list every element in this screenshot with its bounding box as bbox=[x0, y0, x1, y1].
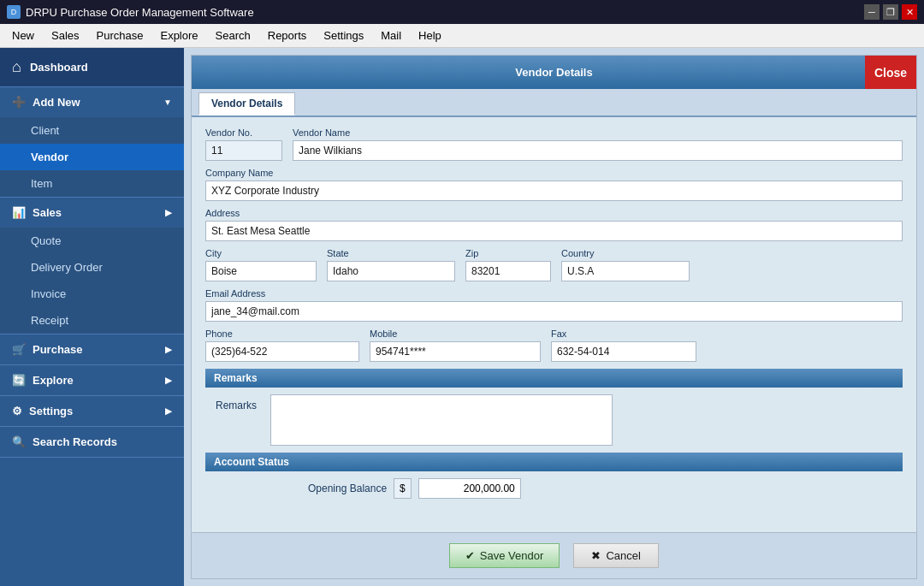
address-input[interactable] bbox=[205, 221, 903, 241]
save-checkmark-icon: ✔ bbox=[465, 549, 475, 562]
add-new-chevron: ▼ bbox=[163, 98, 172, 107]
company-name-input[interactable] bbox=[205, 181, 903, 201]
fax-input[interactable] bbox=[551, 341, 696, 362]
restore-button[interactable]: ❐ bbox=[883, 4, 898, 20]
zip-input[interactable] bbox=[465, 261, 551, 281]
tab-vendor-details[interactable]: Vendor Details bbox=[198, 92, 295, 115]
purchase-chevron: ▶ bbox=[165, 345, 172, 354]
address-label: Address bbox=[205, 208, 903, 218]
menu-explore[interactable]: Explore bbox=[151, 26, 206, 45]
opening-balance-row: Opening Balance $ bbox=[205, 478, 903, 499]
form-group-country: Country bbox=[561, 248, 690, 281]
form-row-email: Email Address bbox=[205, 288, 903, 322]
fax-label: Fax bbox=[551, 329, 696, 339]
form-group-company: Company Name bbox=[205, 168, 903, 201]
remarks-section-label: Remarks bbox=[205, 369, 903, 388]
account-status-section: Account Status Opening Balance $ bbox=[205, 453, 903, 499]
remarks-input[interactable] bbox=[270, 394, 613, 446]
save-label: Save Vendor bbox=[480, 549, 543, 562]
form-group-vendor-name: Vendor Name bbox=[293, 127, 903, 161]
state-label: State bbox=[327, 248, 455, 258]
sidebar-item-vendor[interactable]: Vendor bbox=[0, 144, 184, 170]
sidebar-dashboard[interactable]: ⌂ Dashboard bbox=[0, 48, 184, 87]
title-bar: D DRPU Purchase Order Management Softwar… bbox=[0, 0, 924, 24]
settings-icon: ⚙ bbox=[12, 405, 22, 417]
vendor-close-button[interactable]: Close bbox=[865, 56, 916, 89]
sidebar: ⌂ Dashboard ➕ Add New ▼ Client Vendor It… bbox=[0, 48, 184, 586]
save-vendor-button[interactable]: ✔ Save Vendor bbox=[449, 543, 560, 568]
sidebar-item-receipt[interactable]: Receipt bbox=[0, 307, 184, 334]
form-group-address: Address bbox=[205, 208, 903, 241]
mobile-label: Mobile bbox=[370, 329, 541, 339]
form-row-vendor-id: Vendor No. Vendor Name bbox=[205, 127, 903, 161]
state-input[interactable] bbox=[327, 261, 455, 281]
menu-sales[interactable]: Sales bbox=[43, 26, 88, 45]
country-input[interactable] bbox=[561, 261, 690, 281]
window-close-button[interactable]: ✕ bbox=[902, 4, 917, 20]
form-group-zip: Zip bbox=[465, 248, 551, 281]
sidebar-item-invoice[interactable]: Invoice bbox=[0, 281, 184, 307]
purchase-label: Purchase bbox=[33, 343, 83, 356]
form-group-city: City bbox=[205, 248, 317, 281]
dashboard-label: Dashboard bbox=[30, 61, 88, 74]
sales-sub-items: Quote Delivery Order Invoice Receipt bbox=[0, 228, 184, 334]
settings-label: Settings bbox=[29, 405, 73, 417]
explore-icon: 🔄 bbox=[12, 374, 26, 387]
sidebar-header-purchase[interactable]: 🛒 Purchase ▶ bbox=[0, 334, 184, 364]
sales-label: Sales bbox=[33, 206, 62, 219]
sidebar-section-explore: 🔄 Explore ▶ bbox=[0, 365, 184, 396]
phone-input[interactable] bbox=[205, 341, 359, 362]
email-label: Email Address bbox=[205, 288, 903, 299]
minimize-button[interactable]: ─ bbox=[864, 4, 880, 20]
menu-settings[interactable]: Settings bbox=[315, 26, 372, 45]
sidebar-item-quote[interactable]: Quote bbox=[0, 228, 184, 254]
form-row-contact: Phone Mobile Fax bbox=[205, 329, 903, 362]
phone-label: Phone bbox=[205, 329, 359, 339]
menu-new[interactable]: New bbox=[3, 26, 43, 45]
city-label: City bbox=[205, 248, 317, 258]
form-buttons: ✔ Save Vendor ✖ Cancel bbox=[192, 532, 916, 578]
menu-search[interactable]: Search bbox=[207, 26, 259, 45]
form-group-phone: Phone bbox=[205, 329, 359, 362]
vendor-name-input[interactable] bbox=[293, 140, 903, 161]
sidebar-header-settings[interactable]: ⚙ Settings ▶ bbox=[0, 396, 184, 426]
form-group-vendor-no: Vendor No. bbox=[205, 127, 282, 161]
menu-mail[interactable]: Mail bbox=[372, 26, 410, 45]
form-group-mobile: Mobile bbox=[370, 329, 541, 362]
sidebar-header-search-records[interactable]: 🔍 Search Records bbox=[0, 427, 184, 457]
email-input[interactable] bbox=[205, 301, 903, 322]
zip-label: Zip bbox=[465, 248, 551, 258]
sidebar-item-item[interactable]: Item bbox=[0, 170, 184, 197]
vendor-panel-header: Vendor Details Close bbox=[192, 56, 916, 89]
menu-purchase[interactable]: Purchase bbox=[88, 26, 152, 45]
vendor-no-label: Vendor No. bbox=[205, 127, 282, 138]
sidebar-header-add-new[interactable]: ➕ Add New ▼ bbox=[0, 87, 184, 117]
cancel-button[interactable]: ✖ Cancel bbox=[573, 543, 659, 568]
menu-help[interactable]: Help bbox=[410, 26, 450, 45]
cancel-label: Cancel bbox=[606, 549, 640, 562]
opening-balance-input[interactable] bbox=[418, 478, 521, 499]
form-row-company: Company Name bbox=[205, 168, 903, 201]
explore-label: Explore bbox=[33, 374, 74, 387]
sidebar-item-delivery-order[interactable]: Delivery Order bbox=[0, 254, 184, 281]
sidebar-item-client[interactable]: Client bbox=[0, 117, 184, 144]
opening-balance-label: Opening Balance bbox=[308, 482, 387, 494]
mobile-input[interactable] bbox=[370, 341, 541, 362]
sidebar-header-sales[interactable]: 📊 Sales ▶ bbox=[0, 198, 184, 228]
remarks-label: Remarks bbox=[205, 394, 257, 411]
account-status-label: Account Status bbox=[205, 453, 903, 471]
menu-bar: New Sales Purchase Explore Search Report… bbox=[0, 24, 924, 48]
form-group-state: State bbox=[327, 248, 455, 281]
sidebar-header-explore[interactable]: 🔄 Explore ▶ bbox=[0, 365, 184, 395]
content-area: Vendor Details Close Vendor Details Vend… bbox=[184, 48, 924, 586]
sidebar-section-search-records: 🔍 Search Records bbox=[0, 427, 184, 458]
vendor-no-input[interactable] bbox=[205, 140, 282, 161]
remarks-section: Remarks bbox=[205, 394, 903, 446]
sidebar-section-settings: ⚙ Settings ▶ bbox=[0, 396, 184, 427]
city-input[interactable] bbox=[205, 261, 317, 281]
sales-chevron: ▶ bbox=[165, 208, 172, 217]
vendor-panel-title: Vendor Details bbox=[515, 66, 592, 79]
app-icon: D bbox=[7, 5, 21, 19]
menu-reports[interactable]: Reports bbox=[259, 26, 316, 45]
form-group-email: Email Address bbox=[205, 288, 903, 322]
